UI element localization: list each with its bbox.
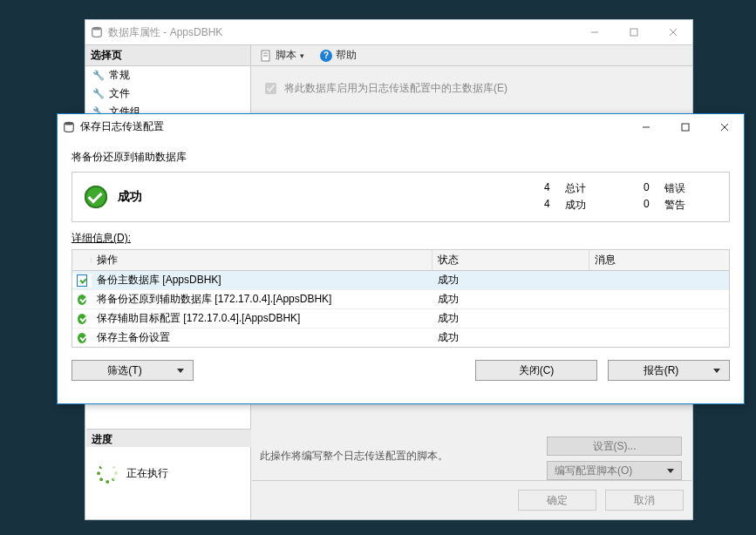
help-icon: ? [320, 50, 332, 62]
chevron-down-icon [177, 369, 184, 373]
dlg-description: 将备份还原到辅助数据库 [58, 139, 744, 172]
stat-success-label: 成功 [565, 198, 617, 213]
col-status: 状态 [432, 250, 589, 270]
cell-op: 将备份还原到辅助数据库 [172.17.0.4].[AppsDBHK] [92, 290, 432, 308]
bgwin-maximize[interactable] [614, 20, 653, 45]
tool-script[interactable]: 脚本 ▾ [260, 48, 304, 63]
bgwin-toolbar: 脚本 ▾ ?帮助 [251, 45, 692, 66]
svg-point-0 [92, 27, 102, 30]
stat-total-label: 总计 [565, 181, 617, 196]
spinner-icon [97, 463, 118, 484]
dlg-title: 保存日志传送配置 [80, 119, 164, 134]
cell-msg [589, 336, 729, 340]
cell-status: 成功 [432, 290, 589, 308]
cell-op: 保存主备份设置 [92, 328, 432, 347]
stat-warn-label: 警告 [664, 198, 717, 213]
check-icon [78, 333, 86, 343]
bgwin-title: 数据库属性 - AppsDBHK [108, 25, 222, 40]
cell-op: 保存辅助目标配置 [172.17.0.4].[AppsDBHK] [92, 309, 432, 328]
col-message: 消息 [589, 250, 729, 270]
sidebar-label: 常规 [109, 68, 130, 83]
checkbox[interactable] [265, 83, 276, 94]
sidebar-item-files[interactable]: 🔧文件 [85, 85, 250, 103]
save-logshipping-dialog: 保存日志传送配置 将备份还原到辅助数据库 成功 4 总计 0 错误 4 成功 0… [57, 113, 745, 404]
sidebar-label: 文件 [109, 86, 130, 101]
ok-button: 确定 [518, 490, 596, 511]
script-config-button: 编写配置脚本(O) [547, 461, 682, 480]
cancel-button: 取消 [605, 490, 684, 511]
bgwin-footnote: 此操作将编写整个日志传送配置的脚本。 [260, 449, 448, 464]
check-icon [78, 295, 86, 305]
chevron-down-icon [713, 369, 720, 373]
col-operation: 操作 [92, 250, 432, 270]
dlg-table: 操作 状态 消息 备份主数据库 [AppsDBHK] 成功 将备份还原到辅助数据… [72, 249, 730, 348]
settings-button: 设置(S)... [547, 437, 682, 456]
stat-warn-num: 0 [644, 198, 664, 213]
close-button[interactable]: 关闭(C) [475, 360, 597, 381]
table-header: 操作 状态 消息 [72, 250, 729, 271]
stat-error-num: 0 [644, 181, 664, 196]
cell-status: 成功 [432, 309, 589, 328]
svg-rect-10 [682, 124, 689, 131]
bgwin-progress-body: 正在执行 [86, 447, 251, 499]
bgwin-close[interactable] [653, 20, 692, 45]
check-icon [78, 275, 86, 286]
sidebar-item-general[interactable]: 🔧常规 [85, 66, 250, 85]
filter-button[interactable]: 筛选(T) [72, 360, 194, 381]
primary-db-checkbox[interactable]: 将此数据库启用为日志传送配置中的主数据库(E) [262, 80, 682, 97]
table-row[interactable]: 备份主数据库 [AppsDBHK] 成功 [72, 271, 729, 290]
success-icon [85, 186, 107, 208]
database-icon [63, 121, 75, 133]
dlg-details-label: 详细信息(D): [72, 231, 730, 246]
tool-help[interactable]: ?帮助 [320, 48, 357, 63]
database-icon [91, 26, 103, 38]
dlg-success-text: 成功 [118, 189, 142, 205]
cell-msg [589, 279, 729, 282]
cell-status: 成功 [432, 271, 589, 289]
table-row[interactable]: 保存主备份设置 成功 [72, 328, 729, 347]
cell-op: 备份主数据库 [AppsDBHK] [92, 271, 432, 289]
bgwin-titlebar: 数据库属性 - AppsDBHK [85, 20, 692, 45]
report-button[interactable]: 报告(R) [608, 360, 730, 381]
chevron-down-icon [667, 469, 674, 473]
stat-success-num: 4 [544, 198, 565, 213]
cell-status: 成功 [432, 328, 589, 347]
dlg-titlebar: 保存日志传送配置 [58, 114, 744, 139]
bgwin-side-header: 选择页 [85, 45, 250, 66]
checkbox-label: 将此数据库启用为日志传送配置中的主数据库(E) [284, 81, 507, 96]
dlg-stats: 4 总计 0 错误 4 成功 0 警告 [544, 181, 717, 213]
bgwin-minimize[interactable] [575, 20, 614, 45]
progress-text: 正在执行 [126, 466, 168, 481]
dlg-button-bar: 筛选(T) 关闭(C) 报告(R) [58, 348, 744, 381]
check-icon [78, 314, 86, 324]
svg-rect-2 [630, 29, 637, 36]
dlg-close[interactable] [705, 114, 744, 139]
stat-error-label: 错误 [664, 181, 717, 196]
table-row[interactable]: 将备份还原到辅助数据库 [172.17.0.4].[AppsDBHK] 成功 [72, 290, 729, 309]
dlg-maximize[interactable] [665, 114, 705, 139]
dlg-minimize[interactable] [626, 114, 665, 139]
wrench-icon: 🔧 [92, 70, 105, 81]
script-icon [260, 50, 272, 62]
stat-total-num: 4 [544, 181, 565, 196]
wrench-icon: 🔧 [92, 88, 105, 99]
cell-msg [589, 298, 729, 301]
table-row[interactable]: 保存辅助目标配置 [172.17.0.4].[AppsDBHK] 成功 [72, 309, 729, 328]
dlg-status-panel: 成功 4 总计 0 错误 4 成功 0 警告 [72, 172, 730, 222]
cell-msg [589, 317, 729, 321]
svg-point-8 [65, 121, 74, 125]
